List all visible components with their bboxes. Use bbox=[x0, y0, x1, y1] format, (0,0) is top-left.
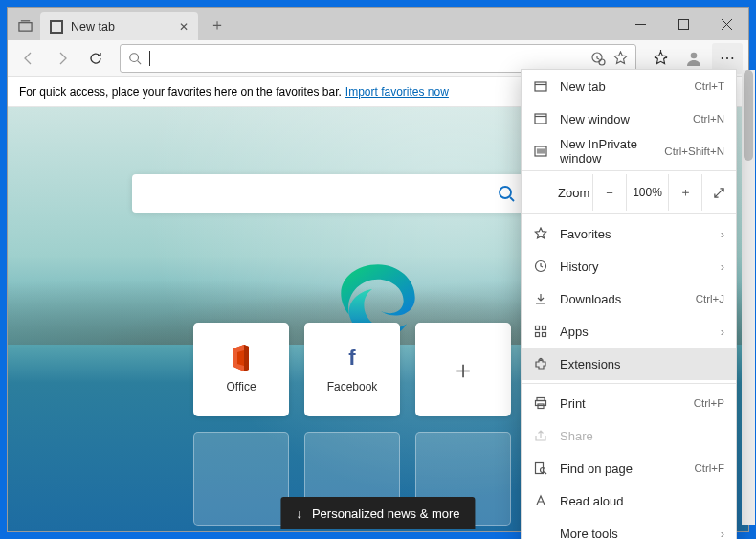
chevron-right-icon: › bbox=[721, 527, 724, 540]
share-icon bbox=[533, 428, 548, 443]
menu-more-tools[interactable]: More tools › bbox=[522, 517, 736, 539]
svg-rect-27 bbox=[538, 404, 544, 409]
extensions-icon bbox=[533, 356, 548, 371]
menu-print[interactable]: Print Ctrl+P bbox=[522, 387, 736, 419]
search-icon bbox=[128, 52, 142, 65]
back-button[interactable] bbox=[13, 43, 44, 74]
new-tab-icon bbox=[533, 79, 548, 94]
svg-rect-20 bbox=[536, 326, 540, 330]
plus-icon: ＋ bbox=[451, 357, 476, 382]
favorite-star-icon[interactable] bbox=[613, 51, 628, 65]
menu-find[interactable]: Find on page Ctrl+F bbox=[522, 452, 736, 484]
tile-label: Office bbox=[226, 380, 256, 393]
menu-apps[interactable]: Apps › bbox=[522, 315, 736, 348]
close-window-button[interactable] bbox=[705, 8, 748, 40]
menu-new-tab[interactable]: New tab Ctrl+T bbox=[522, 70, 736, 102]
svg-point-11 bbox=[691, 52, 698, 58]
address-cursor bbox=[149, 51, 150, 66]
tab-current[interactable]: New tab ✕ bbox=[40, 12, 198, 41]
news-label: Personalized news & more bbox=[312, 506, 460, 521]
scrollbar-thumb[interactable] bbox=[744, 70, 753, 161]
new-window-icon bbox=[533, 111, 548, 126]
tile-placeholder bbox=[193, 432, 289, 526]
svg-rect-13 bbox=[535, 82, 546, 91]
search-icon bbox=[497, 184, 516, 203]
vertical-scrollbar[interactable] bbox=[742, 70, 755, 525]
tab-title: New tab bbox=[71, 20, 171, 34]
address-bar[interactable] bbox=[120, 44, 636, 73]
svg-rect-22 bbox=[536, 333, 540, 337]
news-feed-toggle[interactable]: ↓ Personalized news & more bbox=[280, 497, 475, 529]
import-favorites-link[interactable]: Import favorites now bbox=[345, 85, 449, 99]
menu-extensions[interactable]: Extensions bbox=[522, 348, 736, 380]
menu-favorites[interactable]: Favorites › bbox=[522, 217, 736, 250]
chevron-right-icon: › bbox=[721, 227, 724, 241]
office-icon bbox=[229, 346, 254, 371]
tile-label: Facebook bbox=[327, 380, 378, 393]
quick-links-grid: Office f Facebook ＋ bbox=[193, 323, 511, 526]
svg-rect-23 bbox=[543, 333, 546, 337]
menu-new-window[interactable]: New window Ctrl+N bbox=[522, 102, 736, 135]
window-controls bbox=[619, 8, 748, 40]
zoom-value: 100% bbox=[626, 174, 668, 211]
forward-button[interactable] bbox=[47, 43, 78, 74]
find-icon bbox=[533, 460, 548, 476]
tabs-overview-icon[interactable] bbox=[15, 15, 34, 34]
favorites-hint-text: For quick access, place your favorites h… bbox=[19, 85, 342, 99]
apps-icon bbox=[533, 324, 548, 339]
menu-history[interactable]: History › bbox=[522, 250, 736, 282]
zoom-out-button[interactable]: − bbox=[592, 174, 627, 211]
zoom-label: Zoom bbox=[522, 186, 592, 200]
tile-facebook[interactable]: f Facebook bbox=[304, 323, 400, 416]
titlebar: New tab ✕ ＋ bbox=[8, 8, 748, 40]
settings-menu: New tab Ctrl+T New window Ctrl+N New InP… bbox=[521, 69, 737, 539]
svg-rect-26 bbox=[536, 401, 546, 406]
ntp-search-box[interactable] bbox=[132, 174, 529, 213]
menu-share: Share bbox=[522, 419, 736, 452]
tracking-prevention-icon[interactable] bbox=[590, 51, 606, 66]
menu-read-aloud[interactable]: Read aloud bbox=[522, 484, 736, 517]
tab-favicon-icon bbox=[50, 20, 63, 34]
read-aloud-icon bbox=[533, 493, 548, 508]
svg-rect-18 bbox=[538, 149, 545, 153]
download-icon bbox=[533, 291, 548, 306]
chevron-right-icon: › bbox=[721, 259, 724, 274]
arrow-down-icon: ↓ bbox=[296, 506, 302, 521]
history-icon bbox=[533, 258, 548, 274]
tile-add[interactable]: ＋ bbox=[415, 323, 511, 416]
svg-rect-15 bbox=[535, 114, 546, 124]
svg-rect-2 bbox=[679, 19, 689, 29]
svg-point-12 bbox=[500, 187, 511, 198]
chevron-right-icon: › bbox=[721, 325, 724, 339]
maximize-button[interactable] bbox=[662, 8, 705, 40]
tab-close-button[interactable]: ✕ bbox=[179, 20, 189, 34]
menu-zoom-row: Zoom − 100% ＋ bbox=[522, 174, 736, 211]
svg-point-7 bbox=[599, 59, 605, 65]
minimize-button[interactable] bbox=[619, 8, 662, 40]
new-tab-button[interactable]: ＋ bbox=[204, 11, 231, 38]
svg-point-5 bbox=[130, 53, 139, 61]
star-icon bbox=[533, 226, 548, 241]
print-icon bbox=[533, 395, 548, 411]
inprivate-icon bbox=[533, 144, 548, 159]
tab-strip: New tab ✕ ＋ bbox=[8, 8, 231, 40]
menu-downloads[interactable]: Downloads Ctrl+J bbox=[522, 282, 736, 315]
tile-office[interactable]: Office bbox=[193, 323, 289, 416]
refresh-button[interactable] bbox=[80, 43, 111, 74]
menu-inprivate[interactable]: New InPrivate window Ctrl+Shift+N bbox=[522, 135, 736, 168]
facebook-icon: f bbox=[340, 346, 365, 371]
svg-rect-0 bbox=[18, 22, 31, 30]
zoom-in-button[interactable]: ＋ bbox=[668, 174, 702, 211]
svg-rect-21 bbox=[543, 326, 546, 330]
fullscreen-button[interactable] bbox=[701, 174, 736, 211]
